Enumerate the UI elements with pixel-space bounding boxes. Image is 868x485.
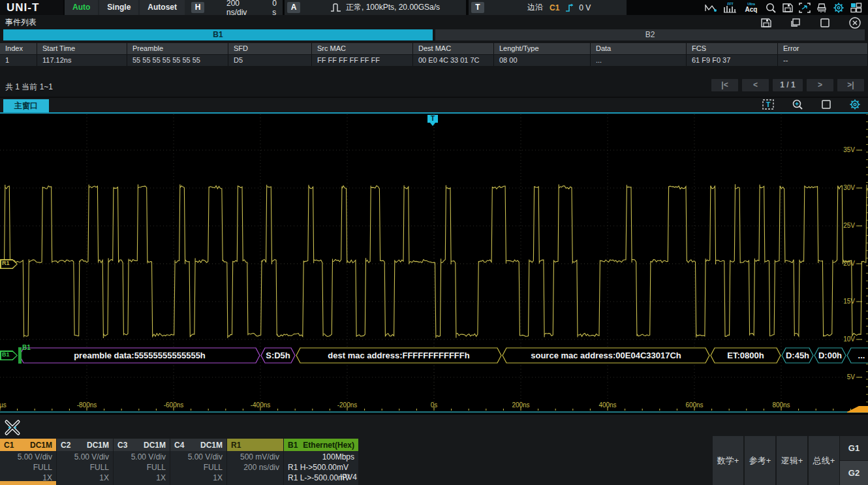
channel-tile-c2[interactable]: C2DC1M 5.00 V/divFULL1X [57,439,113,485]
cell[interactable]: 08 00 [494,55,591,66]
bus-decode-row[interactable]: preamble data:55555555555555hS:D5hdest m… [0,114,868,415]
cell[interactable]: 00 E0 4C 33 01 7C [413,55,494,66]
bus-tab-b2[interactable]: B2 [435,29,865,40]
maximize-icon[interactable] [819,16,831,29]
measure-icon[interactable] [704,2,718,14]
bus-tile-b1[interactable]: B1Ethernet(Hex) 100MbpsR1 H->500.00mV R1… [284,439,358,485]
tab-main-window[interactable]: 主窗口 [3,99,49,112]
page-indicator: 1 / 1 [773,79,803,91]
bottom-status-bar: C1DC1M 5.00 V/divFULL1XC2DC1M 5.00 V/div… [0,415,868,485]
autoset-button[interactable]: Autoset [140,0,185,15]
coupling: DC1M [144,441,166,450]
acquire-info[interactable]: 正常, 100kPts, 20.00GSa/s [346,2,440,13]
text-marker-icon[interactable]: T [762,99,775,110]
bus-settings: 100MbpsR1 H->500.00mV R1 L->-500.00mVIPV… [284,451,358,483]
group-button-g1[interactable]: G1 [840,436,868,460]
channel-settings: 5.00 V/divFULL1X [57,451,113,483]
time-label: -600ns [164,401,184,409]
prev-page-button[interactable]: < [742,79,769,91]
save-icon[interactable] [760,16,772,29]
a-badge[interactable]: A [287,2,300,13]
channel-name: C4 [174,441,184,450]
horizontal-panel: Auto Single Autoset H 200 ns/div 0 s [65,0,283,15]
waveform-display[interactable]: preamble data:55555555555555hS:D5hdest m… [0,114,868,415]
probe-check-icon[interactable] [4,419,21,436]
t-badge[interactable]: T [471,2,484,13]
svg-text:D:45h: D:45h [786,351,809,360]
cell[interactable]: 1 [0,55,37,66]
brush-icon[interactable] [816,2,828,14]
close-icon[interactable] [848,16,861,29]
layout-icon[interactable] [850,2,863,14]
svg-text:ET:0800h: ET:0800h [727,351,764,360]
time-label: -200ns [337,401,358,409]
single-button[interactable]: Single [99,0,138,15]
cell[interactable]: FF FF FF FF FF FF [312,55,413,66]
event-table-header: IndexStart TimePreambleSFDSrc MACDest MA… [0,43,868,54]
bus-name: B1 [288,441,298,450]
settings-gear-icon[interactable] [832,2,845,14]
menu-button-2[interactable]: 逻辑+ [777,436,807,485]
copy-icon[interactable] [790,16,801,29]
column-header: Lenght/Type [494,43,591,54]
menu-button-1[interactable]: 参考+ [745,436,775,485]
voltage-label: 30V [843,184,855,191]
column-header: Src MAC [312,43,413,54]
cell[interactable]: 61 F9 F0 37 [687,55,778,66]
top-toolbar: UNI-T Auto Single Autoset H 200 ns/div 0… [0,0,868,15]
svg-text:T: T [766,101,771,108]
cell[interactable]: 55 55 55 55 55 55 55 [127,55,228,66]
svg-text:source mac address:00E04C33017: source mac address:00E04C33017Ch [531,351,681,360]
zoom-in-icon[interactable] [791,99,804,110]
save-icon[interactable] [782,2,794,14]
svg-text:FFT: FFT [727,2,733,6]
search-icon[interactable] [764,2,777,14]
cell[interactable]: 117.12ns [37,55,127,66]
bus-tab-b1[interactable]: B1 [3,29,433,40]
pagination: |<<1 / 1>>| [711,79,864,91]
coupling: DC1M [30,441,52,450]
window-icon[interactable] [820,99,832,110]
trigger-position-flag[interactable]: T [427,115,438,123]
trigger-level[interactable]: 0 V [579,3,591,12]
group-button-g2[interactable]: G2 [840,461,868,485]
last-page-button[interactable]: >| [837,79,864,91]
channel-tile-c4[interactable]: C4DC1M 5.00 V/divFULL1X [170,439,226,485]
svg-text:dest mac address:FFFFFFFFFFFFh: dest mac address:FFFFFFFFFFFFh [328,351,469,360]
first-page-button[interactable]: |< [711,79,738,91]
cell[interactable]: -- [778,55,868,66]
channel-settings: 5.00 V/divFULL1X [114,451,170,483]
brand-logo: UNI-T [0,0,63,15]
trigger-type[interactable]: 边沿 [527,2,543,13]
run-status-button[interactable]: Auto [65,0,98,15]
acq-ultra-icon[interactable]: UltraAcq [743,2,760,14]
bus-b1-marker[interactable]: B1 [0,351,18,360]
channel-tile-c1[interactable]: C1DC1M 5.00 V/divFULL1X [0,439,56,485]
capture-icon[interactable] [798,2,811,14]
column-header: SFD [228,43,312,54]
channel-settings: 5.00 V/divFULL1X [0,451,56,483]
bus-tabs: B1B2 [3,29,865,40]
voltage-label: 25V [843,222,855,229]
voltage-label: 20V [843,260,855,267]
column-header: Index [0,43,37,54]
coupling: DC1M [87,441,109,450]
cell[interactable]: D5 [228,55,312,66]
channel-tile-c3[interactable]: C3DC1M 5.00 V/divFULL1X [114,439,170,485]
ref-tile-r1[interactable]: R1 500 mV/div200 ns/div [227,439,283,485]
trigger-source[interactable]: C1 [550,3,559,12]
cell[interactable]: ... [591,55,687,66]
settings-gear-icon[interactable] [848,99,861,110]
toolbar-icons: FFTUltraAcq [704,0,863,15]
h-badge[interactable]: H [191,2,204,13]
horizontal-offset[interactable]: 0 s [272,0,283,17]
timebase-value[interactable]: 200 ns/div [226,0,262,17]
ref-r1-marker[interactable]: R1 [0,259,18,269]
fft-icon[interactable]: FFT [722,2,738,14]
menu-button-0[interactable]: 数学+ [713,436,743,485]
event-table-row[interactable]: 1117.12ns55 55 55 55 55 55 55D5FF FF FF … [0,55,868,66]
oscilloscope-app: UNI-T Auto Single Autoset H 200 ns/div 0… [0,0,868,485]
next-page-button[interactable]: > [807,79,833,91]
menu-button-3[interactable]: 总线+ [809,436,839,485]
ref-name: R1 [231,441,241,450]
